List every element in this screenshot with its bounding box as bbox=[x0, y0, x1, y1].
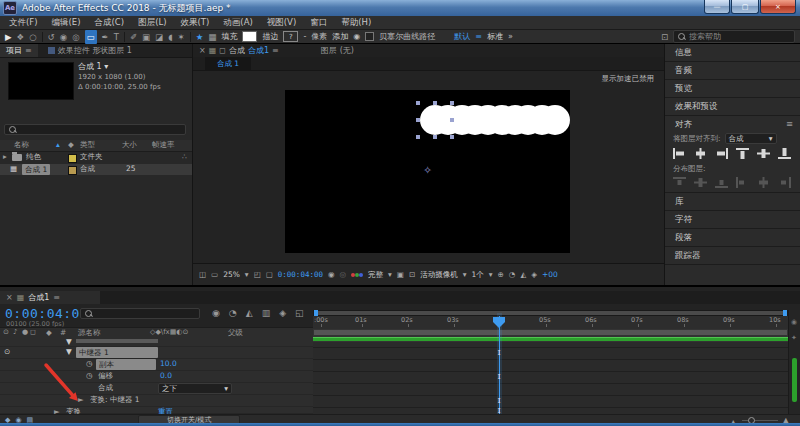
workspace-standard-label[interactable]: 标准 bbox=[487, 31, 503, 42]
align-left-icon[interactable] bbox=[673, 148, 686, 159]
roi-icon[interactable]: ▣ bbox=[397, 270, 404, 279]
value-ibeam-marker[interactable]: I bbox=[496, 407, 502, 414]
timeline-button-icon[interactable]: ◭ bbox=[520, 270, 526, 279]
composition-flowchart-icon[interactable]: ◉ bbox=[212, 308, 220, 318]
selection-tool-icon[interactable]: ▶ bbox=[5, 30, 12, 44]
expand-caret-icon[interactable]: ▼ bbox=[66, 339, 72, 346]
composition-canvas[interactable]: ✧ bbox=[285, 90, 570, 253]
composition-name[interactable]: 合成 1 bbox=[78, 62, 102, 71]
item-name-selected[interactable]: 合成 1 bbox=[22, 164, 50, 175]
viewer-timecode[interactable]: 0:00:04:00 bbox=[278, 270, 323, 279]
anchor-point-icon[interactable]: ✧ bbox=[423, 164, 432, 177]
panel-character[interactable]: 字符 bbox=[665, 211, 800, 229]
project-search-input[interactable] bbox=[4, 124, 186, 135]
label-color-swatch[interactable] bbox=[68, 154, 77, 163]
tab-effect-controls[interactable]: 效果控件 形状图层 1 bbox=[48, 45, 132, 56]
panel-menu-icon[interactable]: ≡ bbox=[272, 46, 279, 55]
column-framerate[interactable]: 帧速率 bbox=[152, 140, 175, 150]
panel-menu-icon[interactable]: ≡ bbox=[786, 116, 793, 133]
rotate-tool-icon[interactable]: ↺ bbox=[48, 30, 55, 44]
column-name[interactable]: 名称 bbox=[14, 140, 29, 150]
exposure-value[interactable]: +00 bbox=[542, 270, 558, 279]
label-column-icon[interactable]: ◆ bbox=[68, 140, 74, 149]
menu-effect[interactable]: 效果(T) bbox=[174, 17, 217, 29]
grid-guides-icon[interactable]: ◰ bbox=[254, 270, 261, 279]
bezier-path-checkbox[interactable] bbox=[365, 32, 374, 41]
column-type[interactable]: 类型 bbox=[80, 140, 95, 150]
selection-handle[interactable] bbox=[450, 101, 454, 105]
copies-value[interactable]: 10.0 bbox=[160, 359, 177, 368]
menu-layer[interactable]: 图层(L) bbox=[131, 17, 173, 29]
timeline-zoom-slider[interactable] bbox=[742, 420, 778, 421]
source-name-column[interactable]: 源名称 bbox=[78, 328, 101, 338]
flowchart-button-icon[interactable]: ◈ bbox=[531, 270, 537, 279]
minimize-button[interactable]: — bbox=[704, 0, 730, 14]
distribute-center-horizontal-icon[interactable] bbox=[757, 177, 770, 188]
align-center-vertical-icon[interactable] bbox=[757, 148, 770, 159]
project-row-solids[interactable]: ▸ 纯色 文件夹 ∴ bbox=[0, 152, 192, 163]
puppet-pin-tool-icon[interactable]: ✶ bbox=[178, 30, 185, 44]
star-icon[interactable]: ★ bbox=[196, 30, 204, 44]
composite-select[interactable]: 之下 ▾ bbox=[158, 383, 232, 394]
transform-row[interactable]: ► 变换 重置 bbox=[0, 407, 313, 414]
label-color-swatch[interactable] bbox=[68, 166, 77, 175]
hand-tool-icon[interactable]: ❖ bbox=[17, 30, 25, 44]
value-ibeam-marker[interactable]: I bbox=[496, 397, 502, 405]
rectangle-tool-icon[interactable]: ▭ bbox=[85, 30, 97, 44]
repeater-label[interactable]: 中继器 1 bbox=[76, 347, 158, 358]
workspace-monitor-icon[interactable]: ⊡ bbox=[661, 30, 668, 44]
camera-select[interactable]: 活动摄像机 bbox=[420, 270, 458, 280]
eraser-tool-icon[interactable]: ◪ bbox=[155, 30, 163, 44]
tab-layer[interactable]: 图层 (无) bbox=[321, 45, 354, 56]
checker-grid-icon[interactable]: ▦ bbox=[208, 30, 216, 44]
fill-color-swatch[interactable] bbox=[242, 31, 257, 42]
clone-stamp-tool-icon[interactable]: ▣ bbox=[142, 30, 150, 44]
panel-info[interactable]: 信息 bbox=[665, 44, 800, 62]
workspace-menu-icon[interactable]: ≡ bbox=[475, 32, 482, 41]
show-snapshot-icon[interactable]: ◎ bbox=[340, 270, 347, 279]
close-button[interactable]: × bbox=[760, 0, 796, 14]
column-size[interactable]: 大小 bbox=[122, 140, 137, 150]
stroke-color-swatch[interactable]: ? bbox=[283, 31, 298, 42]
copies-label[interactable]: 副本 bbox=[96, 359, 156, 370]
camera-tool-icon[interactable]: ◉ bbox=[60, 30, 67, 44]
brush-tool-icon[interactable]: ✐ bbox=[130, 30, 137, 44]
v-scrollbar-handle[interactable] bbox=[792, 358, 797, 402]
pen-tool-icon[interactable]: ✒ bbox=[102, 30, 109, 44]
workspace-default-label[interactable]: 默认 bbox=[454, 31, 470, 42]
add-icon[interactable]: ◉ bbox=[353, 32, 360, 41]
frame-blend-icon[interactable]: ▥ bbox=[262, 308, 271, 318]
current-timecode[interactable]: 0:00:04:00 bbox=[5, 306, 88, 321]
zoom-tool-icon[interactable]: ○ bbox=[29, 30, 36, 44]
align-to-select[interactable]: 合成 ▾ bbox=[725, 133, 777, 144]
selection-handle[interactable] bbox=[433, 101, 437, 105]
stopwatch-icon[interactable]: ◷ bbox=[86, 371, 93, 380]
shy-layers-icon[interactable]: ◭ bbox=[246, 308, 253, 318]
panel-paragraph[interactable]: 段落 bbox=[665, 229, 800, 247]
sort-asc-icon[interactable]: ▴ bbox=[56, 140, 60, 149]
layer-row-partial[interactable]: ▼ bbox=[0, 339, 313, 347]
panel-menu-icon[interactable]: ≡ bbox=[25, 46, 32, 55]
transform-repeater-label[interactable]: 变换: 中继器 1 bbox=[90, 395, 140, 405]
work-area-bar[interactable] bbox=[313, 329, 788, 336]
panel-audio[interactable]: 音频 bbox=[665, 62, 800, 80]
align-center-horizontal-icon[interactable] bbox=[694, 148, 707, 159]
chevron-down-icon[interactable]: ▾ bbox=[463, 270, 467, 279]
offset-label[interactable]: 偏移 bbox=[98, 371, 113, 381]
stopwatch-icon[interactable]: ◷ bbox=[86, 359, 93, 368]
panel-effects-presets[interactable]: 效果和预设 bbox=[665, 98, 800, 116]
value-ibeam-marker[interactable]: I bbox=[496, 349, 502, 357]
time-ruler[interactable]: :00s 01s 02s 03s 04s 05s 06s 07s 08s 09s… bbox=[313, 316, 788, 330]
chevron-down-icon[interactable]: ▾ bbox=[489, 270, 493, 279]
pan-behind-tool-icon[interactable]: ◎ bbox=[72, 30, 79, 44]
menu-composition[interactable]: 合成(C) bbox=[88, 17, 132, 29]
distribute-center-vertical-icon[interactable] bbox=[694, 177, 707, 188]
chevron-down-icon[interactable]: ▾ bbox=[245, 270, 249, 279]
value-ibeam-marker[interactable]: I bbox=[496, 373, 502, 381]
snapshot-grid-icon[interactable]: ◫ bbox=[199, 270, 206, 279]
item-name[interactable]: 纯色 bbox=[26, 152, 41, 162]
mask-visibility-icon[interactable]: ▢ bbox=[266, 270, 273, 279]
distribute-bottom-icon[interactable] bbox=[715, 177, 728, 188]
magnification-select[interactable]: 25% bbox=[223, 270, 240, 279]
menu-file[interactable]: 文件(F) bbox=[2, 17, 45, 29]
